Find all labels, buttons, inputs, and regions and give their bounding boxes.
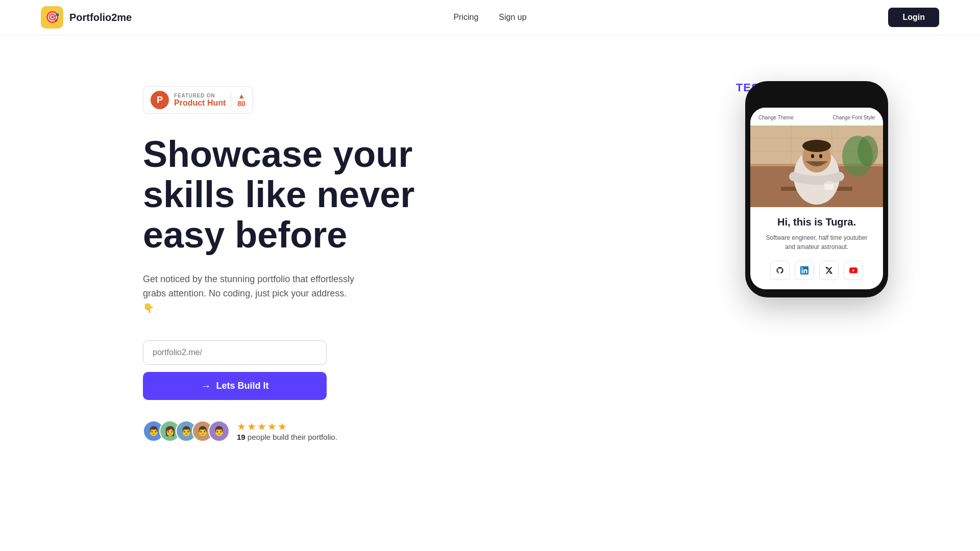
phone-top-bar: Change Theme Change Font Style — [750, 108, 883, 126]
phone-profile-name: Hi, this is Tugra. — [761, 216, 873, 228]
ph-upvote-arrow: ▲ — [238, 92, 245, 99]
hero-title: Showcase your skills like never easy bef… — [143, 134, 500, 256]
input-section: → Lets Build It — [143, 340, 500, 400]
linkedin-icon-button[interactable] — [795, 261, 814, 280]
login-button[interactable]: Login — [888, 8, 939, 27]
phone-frame: Change Theme Change Font Style — [745, 81, 888, 297]
phone-profile-info: Hi, this is Tugra. Software engineer, ha… — [750, 207, 883, 289]
phone-notch — [791, 89, 842, 103]
hero-subtitle: Get noticed by the stunning portfolio th… — [143, 272, 357, 316]
avatar-5: 👨 — [208, 420, 230, 442]
navbar-links: Pricing Sign up — [453, 13, 526, 22]
phone-profile-image — [750, 126, 883, 207]
ph-score-number: 80 — [237, 99, 246, 108]
svg-point-16 — [824, 181, 834, 184]
linkedin-svg-icon — [800, 266, 808, 274]
url-input[interactable] — [143, 340, 327, 365]
nav-link-signup[interactable]: Sign up — [499, 13, 526, 22]
right-content: TEST MODE Change Theme Change Font Style — [735, 66, 939, 297]
main-content: P FEATURED ON Product Hunt ▲ 80 Showcase… — [0, 35, 980, 494]
navbar-brand: 🎯 Portfolio2me — [41, 6, 132, 29]
left-content: P FEATURED ON Product Hunt ▲ 80 Showcase… — [143, 66, 500, 442]
twitter-icon-button[interactable] — [819, 261, 839, 280]
ph-score: ▲ 80 — [231, 92, 246, 108]
phone-mockup: Change Theme Change Font Style — [745, 81, 888, 297]
navbar: 🎯 Portfolio2me Pricing Sign up Login — [0, 0, 980, 35]
brand-name: Portfolio2me — [69, 12, 132, 23]
nav-link-pricing[interactable]: Pricing — [453, 13, 478, 22]
social-proof: 👨 👩 👨 👨 👨 ★★★★★ 19 people build their po… — [143, 420, 500, 442]
github-icon-button[interactable] — [770, 261, 790, 280]
change-theme-button[interactable]: Change Theme — [758, 115, 794, 120]
svg-point-12 — [802, 140, 831, 152]
ph-text-block: FEATURED ON Product Hunt — [174, 93, 226, 108]
cta-button[interactable]: → Lets Build It — [143, 372, 327, 400]
product-hunt-badge[interactable]: P FEATURED ON Product Hunt ▲ 80 — [143, 86, 253, 114]
ph-featured-label: FEATURED ON — [174, 93, 226, 98]
svg-point-14 — [819, 154, 822, 158]
twitter-svg-icon — [825, 266, 833, 274]
proof-count-text: 19 people build their portfolio. — [237, 433, 337, 441]
proof-count: 19 — [237, 433, 246, 441]
phone-screen: Change Theme Change Font Style — [750, 108, 883, 289]
change-font-button[interactable]: Change Font Style — [832, 115, 875, 120]
github-svg-icon — [776, 266, 784, 274]
svg-point-13 — [811, 154, 814, 158]
youtube-icon-button[interactable] — [844, 261, 863, 280]
cta-label: Lets Build It — [216, 381, 269, 391]
star-rating: ★★★★★ — [237, 420, 337, 433]
logo-icon: 🎯 — [41, 6, 63, 29]
svg-point-8 — [857, 136, 878, 166]
profile-photo-svg — [750, 126, 883, 207]
phone-profile-bio: Software engineer, half time youtuber an… — [761, 233, 873, 252]
youtube-svg-icon — [849, 266, 857, 274]
ph-logo: P — [151, 91, 169, 109]
cta-arrow-icon: → — [201, 380, 211, 392]
phone-social-icons — [761, 261, 873, 280]
proof-text-section: ★★★★★ 19 people build their portfolio. — [237, 420, 337, 441]
avatar-group: 👨 👩 👨 👨 👨 — [143, 420, 230, 442]
ph-product-hunt-label: Product Hunt — [174, 98, 226, 108]
